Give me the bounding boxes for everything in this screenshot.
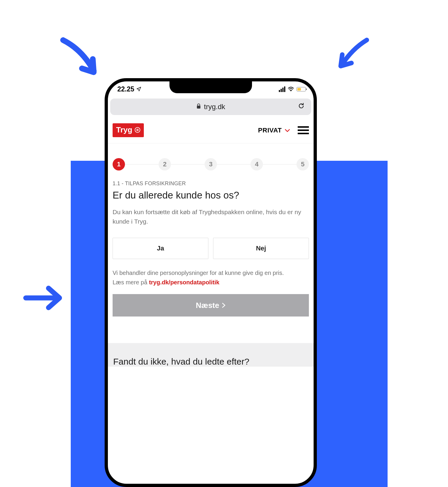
step-1[interactable]: 1 (113, 158, 125, 170)
hamburger-menu-icon[interactable] (298, 126, 309, 134)
step-connector (263, 164, 297, 165)
chevron-down-icon (285, 127, 290, 134)
step-5[interactable]: 5 (297, 158, 309, 170)
step-4[interactable]: 4 (251, 158, 263, 170)
svg-rect-1 (197, 106, 200, 109)
wifi-icon (288, 87, 294, 91)
step-kicker: 1.1 - TILPAS FORSIKRINGER (113, 181, 309, 187)
brand-mark-icon (135, 127, 140, 133)
step-3[interactable]: 3 (205, 158, 217, 170)
status-time: 22.25 (117, 85, 134, 93)
lock-icon (196, 104, 201, 110)
option-no-button[interactable]: Nej (213, 238, 309, 259)
step-2[interactable]: 2 (159, 158, 171, 170)
annotation-arrow-left-icon (21, 283, 66, 313)
page-title: Er du allerede kunde hos os? (113, 190, 309, 201)
main-content: 1.1 - TILPAS FORSIKRINGER Er du allerede… (108, 181, 314, 325)
segment-label: PRIVAT (258, 127, 282, 134)
step-connector (217, 164, 251, 165)
annotation-arrow-top-right-icon (333, 35, 371, 74)
phone-notch (169, 81, 252, 93)
location-icon (136, 86, 141, 92)
brand-text: Tryg (116, 125, 132, 135)
step-connector (171, 164, 205, 165)
privacy-prefix: Læs mere på (113, 279, 149, 286)
help-footer-heading: Fandt du ikke, hvad du ledte efter? (113, 357, 308, 367)
brand-logo[interactable]: Tryg (113, 123, 144, 137)
annotation-arrow-top-left-icon (56, 35, 103, 83)
chevron-right-icon (222, 301, 226, 310)
page-lead: Du kan kun fortsætte dit køb af Trygheds… (113, 207, 309, 226)
battery-icon (297, 87, 306, 91)
browser-domain: tryg.dk (204, 103, 225, 111)
cellular-signal-icon (279, 86, 285, 92)
step-connector (125, 164, 159, 165)
help-footer: Fandt du ikke, hvad du ledte efter? (108, 343, 314, 367)
segment-selector[interactable]: PRIVAT (258, 127, 290, 134)
yes-no-group: Ja Nej (113, 238, 309, 259)
privacy-policy-link[interactable]: tryg.dk/persondatapolitik (149, 279, 219, 286)
option-yes-button[interactable]: Ja (113, 238, 208, 259)
progress-stepper: 1 2 3 4 5 (108, 143, 314, 181)
privacy-read-more: Læs mere på tryg.dk/persondatapolitik (113, 279, 309, 286)
reload-icon[interactable] (298, 102, 305, 111)
site-header: Tryg PRIVAT (108, 118, 314, 143)
svg-point-0 (291, 91, 291, 91)
phone-mockup: 22.25 tryg.dk Tryg PRIVAT (105, 78, 317, 487)
privacy-disclaimer: Vi behandler dine personoplysninger for … (113, 268, 309, 277)
browser-address-bar[interactable]: tryg.dk (110, 99, 311, 115)
next-button[interactable]: Næste (113, 294, 309, 317)
next-button-label: Næste (196, 301, 219, 310)
